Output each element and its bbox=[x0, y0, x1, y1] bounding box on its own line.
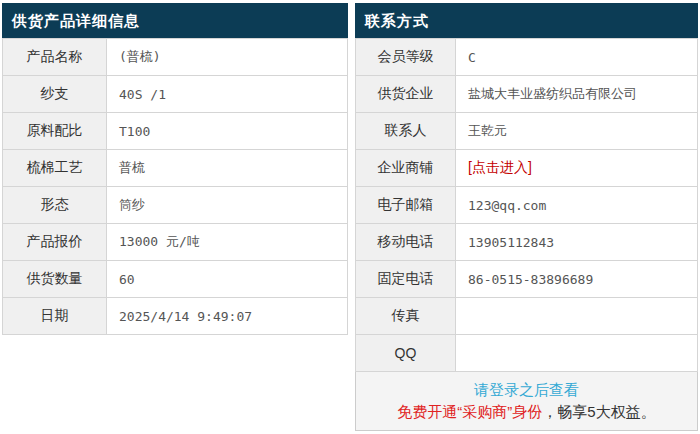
table-row: 供货企业盐城大丰业盛纺织品有限公司 bbox=[356, 76, 698, 113]
row-label: 形态 bbox=[3, 187, 107, 224]
row-value: 2025/4/14 9:49:07 bbox=[107, 298, 348, 335]
table-row: 纱支40S /1 bbox=[3, 76, 348, 113]
table-row: 会员等级C bbox=[356, 39, 698, 76]
contact-footer: 请登录之后查看 免费开通“采购商”身份，畅享5大权益。 bbox=[355, 372, 698, 431]
row-label: 电子邮箱 bbox=[356, 187, 456, 224]
row-label: 原料配比 bbox=[3, 113, 107, 150]
table-row: 移动电话13905112843 bbox=[356, 224, 698, 261]
row-value: 普梳 bbox=[107, 150, 348, 187]
row-label: 会员等级 bbox=[356, 39, 456, 76]
table-row: 联系人王乾元 bbox=[356, 113, 698, 150]
promo-rest-text: ，畅享5大权益。 bbox=[542, 403, 655, 420]
product-info-title: 供货产品详细信息 bbox=[2, 3, 348, 38]
row-label: 供货企业 bbox=[356, 76, 456, 113]
contact-panel: 联系方式 会员等级C供货企业盐城大丰业盛纺织品有限公司联系人王乾元企业商铺[点击… bbox=[355, 3, 698, 431]
row-value: C bbox=[456, 39, 698, 76]
row-value: 123@qq.com bbox=[456, 187, 698, 224]
row-label: 梳棉工艺 bbox=[3, 150, 107, 187]
table-row: QQ bbox=[356, 335, 698, 372]
row-value: 86-0515-83896689 bbox=[456, 261, 698, 298]
product-info-panel: 供货产品详细信息 产品名称(普梳)纱支40S /1原料配比T100梳棉工艺普梳形… bbox=[2, 3, 348, 335]
contact-title: 联系方式 bbox=[355, 3, 698, 38]
table-row: 日期2025/4/14 9:49:07 bbox=[3, 298, 348, 335]
row-label: 纱支 bbox=[3, 76, 107, 113]
row-value: 王乾元 bbox=[456, 113, 698, 150]
row-label: 固定电话 bbox=[356, 261, 456, 298]
row-value: 13000 元/吨 bbox=[107, 224, 348, 261]
row-label: 日期 bbox=[3, 298, 107, 335]
row-label: 联系人 bbox=[356, 113, 456, 150]
row-value: 盐城大丰业盛纺织品有限公司 bbox=[456, 76, 698, 113]
product-info-table: 产品名称(普梳)纱支40S /1原料配比T100梳棉工艺普梳形态筒纱产品报价13… bbox=[2, 38, 348, 335]
row-label: 企业商铺 bbox=[356, 150, 456, 187]
row-label: QQ bbox=[356, 335, 456, 372]
table-row: 传真 bbox=[356, 298, 698, 335]
row-label: 传真 bbox=[356, 298, 456, 335]
row-label: 移动电话 bbox=[356, 224, 456, 261]
contact-table: 会员等级C供货企业盐城大丰业盛纺织品有限公司联系人王乾元企业商铺[点击进入]电子… bbox=[355, 38, 698, 372]
table-row: 企业商铺[点击进入] bbox=[356, 150, 698, 187]
table-row: 梳棉工艺普梳 bbox=[3, 150, 348, 187]
row-value: 筒纱 bbox=[107, 187, 348, 224]
row-value: 40S /1 bbox=[107, 76, 348, 113]
row-label: 产品报价 bbox=[3, 224, 107, 261]
table-row: 原料配比T100 bbox=[3, 113, 348, 150]
row-value: 60 bbox=[107, 261, 348, 298]
row-value: T100 bbox=[107, 113, 348, 150]
shop-enter-link[interactable]: [点击进入] bbox=[468, 159, 532, 175]
row-label: 产品名称 bbox=[3, 39, 107, 76]
page: 供货产品详细信息 产品名称(普梳)纱支40S /1原料配比T100梳棉工艺普梳形… bbox=[0, 0, 700, 434]
table-row: 产品报价13000 元/吨 bbox=[3, 224, 348, 261]
row-label: 供货数量 bbox=[3, 261, 107, 298]
purchaser-promo-text: 免费开通“采购商”身份，畅享5大权益。 bbox=[356, 401, 697, 423]
row-value: 13905112843 bbox=[456, 224, 698, 261]
table-row: 电子邮箱123@qq.com bbox=[356, 187, 698, 224]
table-row: 产品名称(普梳) bbox=[3, 39, 348, 76]
row-value bbox=[456, 298, 698, 335]
table-row: 供货数量60 bbox=[3, 261, 348, 298]
promo-red-text: 免费开通“采购商”身份 bbox=[397, 403, 542, 420]
row-value: [点击进入] bbox=[456, 150, 698, 187]
table-row: 固定电话86-0515-83896689 bbox=[356, 261, 698, 298]
table-row: 形态筒纱 bbox=[3, 187, 348, 224]
row-value: (普梳) bbox=[107, 39, 348, 76]
login-to-view-link[interactable]: 请登录之后查看 bbox=[356, 379, 697, 401]
row-value bbox=[456, 335, 698, 372]
